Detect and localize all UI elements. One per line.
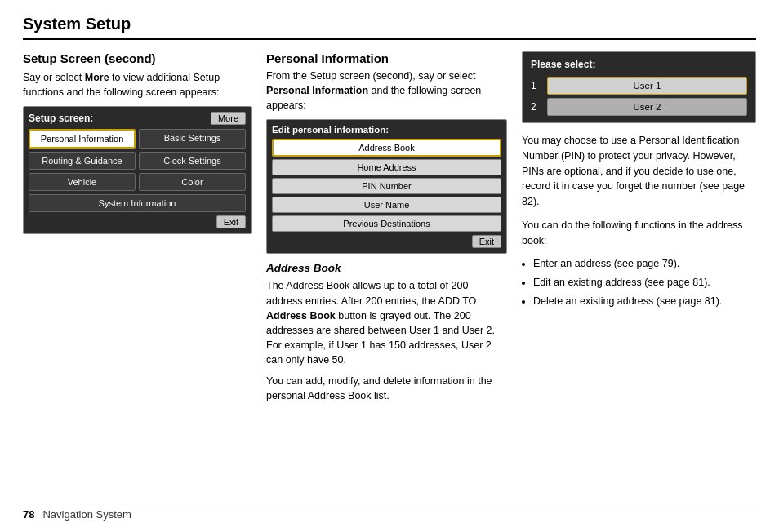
mid-column: Personal Information From the Setup scre…	[266, 51, 507, 496]
please-select-header: Please select:	[531, 59, 747, 70]
nav-title: Navigation System	[42, 508, 131, 521]
edit-btn-pin-number[interactable]: PIN Number	[272, 178, 501, 194]
address-book-text2: You can add, modify, and delete informat…	[266, 374, 507, 403]
mid-intro: From the Setup screen (second), say or s…	[266, 69, 507, 113]
edit-btn-list: Address Book Home Address PIN Number Use…	[272, 139, 501, 232]
user-2-button[interactable]: User 2	[547, 98, 747, 116]
right-para2: You can do the following functions in th…	[522, 218, 756, 249]
setup-cell-basic-settings[interactable]: Basic Settings	[139, 129, 246, 149]
edit-btn-address-book[interactable]: Address Book	[272, 139, 501, 157]
setup-cell-routing-guidance[interactable]: Routing & Guidance	[29, 152, 136, 170]
left-heading: Setup Screen (second)	[23, 51, 252, 65]
page-title: System Setup	[23, 15, 756, 40]
edit-exit-row: Exit	[272, 235, 501, 248]
right-para1: You may choose to use a Personal Identif…	[522, 133, 756, 210]
user-row-1: 1 User 1	[531, 77, 747, 95]
setup-exit-button[interactable]: Exit	[216, 215, 246, 228]
left-intro: Say or select More to view additional Se…	[23, 70, 252, 100]
left-column: Setup Screen (second) Say or select More…	[23, 51, 252, 496]
setup-exit-row: Exit	[29, 215, 246, 228]
setup-cell-clock-settings[interactable]: Clock Settings	[139, 152, 246, 170]
right-column: Please select: 1 User 1 2 User 2 You may…	[522, 51, 756, 496]
mid-heading: Personal Information	[266, 51, 507, 65]
bullet-1: Enter an address (see page 79).	[533, 256, 756, 272]
edit-btn-user-name[interactable]: User Name	[272, 197, 501, 213]
edit-personal-header: Edit personal information:	[272, 125, 501, 135]
edit-personal-mock: Edit personal information: Address Book …	[266, 119, 507, 254]
user-num-1: 1	[531, 80, 541, 91]
address-book-text1: The Address Book allows up to a total of…	[266, 278, 507, 367]
setup-cell-color[interactable]: Color	[139, 173, 246, 191]
user-num-2: 2	[531, 101, 541, 113]
edit-exit-button[interactable]: Exit	[472, 235, 501, 248]
edit-btn-home-address[interactable]: Home Address	[272, 159, 501, 175]
more-button[interactable]: More	[211, 112, 246, 125]
setup-screen-label: Setup screen:	[29, 113, 93, 124]
bullet-3: Delete an existing address (see page 81)…	[533, 294, 756, 309]
page-footer: 78 Navigation System	[23, 503, 756, 521]
page-number: 78	[23, 508, 34, 521]
edit-btn-previous-destinations[interactable]: Previous Destinations	[272, 215, 501, 232]
setup-screen-header: Setup screen: More	[29, 112, 246, 125]
user-row-2: 2 User 2	[531, 98, 747, 116]
user-rows: 1 User 1 2 User 2	[531, 77, 747, 116]
content-area: Setup Screen (second) Say or select More…	[23, 51, 756, 496]
address-book-heading: Address Book	[266, 262, 507, 274]
bullet-2: Edit an existing address (see page 81).	[533, 275, 756, 290]
please-select-mock: Please select: 1 User 1 2 User 2	[522, 51, 756, 123]
setup-cell-vehicle[interactable]: Vehicle	[29, 173, 136, 191]
setup-cell-personal-information[interactable]: Personal Information	[29, 129, 136, 149]
setup-screen-mock: Setup screen: More Personal Information …	[23, 106, 252, 234]
setup-grid: Personal Information Basic Settings Rout…	[29, 129, 246, 212]
right-bullets: Enter an address (see page 79). Edit an …	[522, 256, 756, 308]
setup-cell-system-information[interactable]: System Information	[29, 194, 246, 212]
user-1-button[interactable]: User 1	[547, 77, 747, 95]
page-container: System Setup Setup Screen (second) Say o…	[0, 0, 779, 532]
